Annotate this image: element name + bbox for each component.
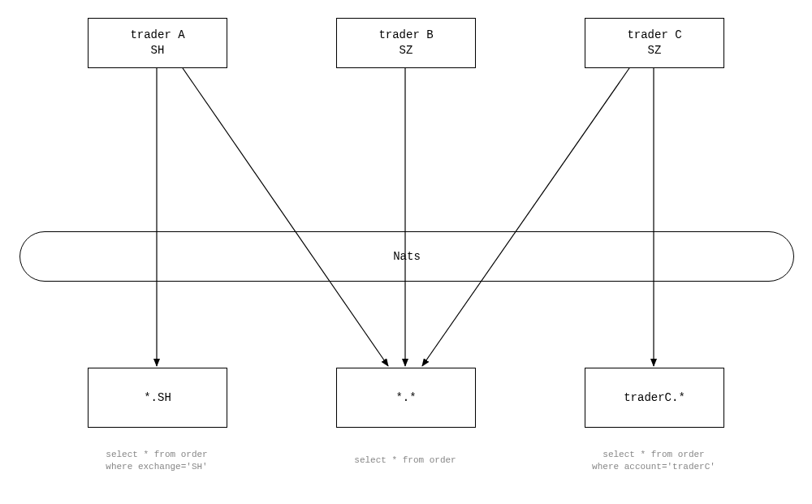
node-trader-c-label-1: trader C <box>627 28 681 43</box>
node-trader-a-label-1: trader A <box>130 28 184 43</box>
node-trader-b-label-2: SZ <box>400 43 413 58</box>
node-trader-b-label-1: trader B <box>378 28 433 43</box>
svg-line-1 <box>183 68 388 366</box>
node-trader-a-label-2: SH <box>151 43 165 58</box>
caption-sub-c: select * from order where account='trade… <box>585 449 723 473</box>
bus-label: Nats <box>393 250 421 263</box>
node-sub-all-label: *.* <box>395 390 416 406</box>
node-trader-a: trader A SH <box>88 18 227 68</box>
node-trader-c: trader C SZ <box>585 18 724 68</box>
node-sub-c: traderC.* <box>585 368 724 428</box>
svg-line-3 <box>422 68 629 366</box>
node-trader-c-label-2: SZ <box>648 43 662 58</box>
bus-nats: Nats <box>19 231 794 282</box>
node-sub-all: *.* <box>336 368 476 428</box>
caption-sub-sh: select * from order where exchange='SH' <box>88 449 226 473</box>
node-sub-sh-label: *.SH <box>144 390 171 406</box>
node-sub-sh: *.SH <box>88 368 227 428</box>
node-sub-c-label: traderC.* <box>624 390 685 406</box>
caption-sub-all: select * from order <box>336 454 474 467</box>
node-trader-b: trader B SZ <box>336 18 476 68</box>
